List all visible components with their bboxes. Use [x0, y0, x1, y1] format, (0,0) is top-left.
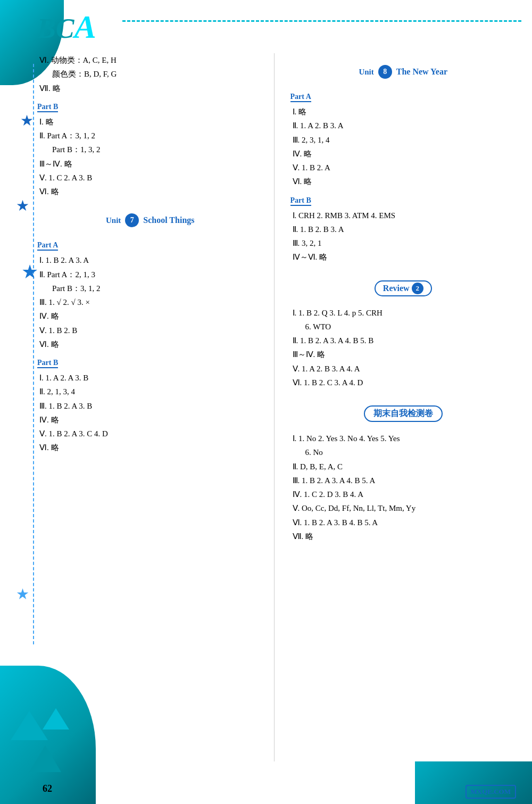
pb1-vi: Ⅵ. 略 — [37, 185, 263, 198]
r2-iii: Ⅲ～Ⅳ. 略 — [290, 347, 517, 361]
u8b-ii: Ⅱ. 1. B 2. B 3. A — [290, 222, 517, 236]
pb1-i: Ⅰ. 略 — [37, 115, 263, 129]
u7b-ii: Ⅱ. 2, 1, 3, 4 — [37, 385, 263, 399]
u7a-vi: Ⅵ. 略 — [37, 337, 263, 351]
qm-vi: Ⅵ. 1. B 2. A 3. B 4. B 5. A — [290, 516, 517, 529]
unit7-badge: 7 — [125, 213, 139, 227]
unit8-header-wrap: Unit 8 The New Year — [290, 57, 517, 83]
unit7-label: Unit — [106, 216, 121, 225]
qimo-header-wrap: 期末自我检测卷 — [290, 397, 517, 426]
review2-content: Ⅰ. 1. B 2. Q 3. L 4. p 5. CRH 6. WTO Ⅱ. … — [290, 306, 517, 390]
pb1-ii: Ⅱ. Part A：3, 1, 2 — [37, 129, 263, 143]
r2-ii: Ⅱ. 1. B 2. A 3. A 4. B 5. B — [290, 334, 517, 347]
unit7-header: Unit 7 School Things — [106, 213, 195, 227]
logo-c: C — [56, 13, 74, 44]
page-number: 62 — [43, 783, 52, 794]
u7a-ii: Ⅱ. Part A：2, 1, 3 — [37, 268, 263, 281]
review2-header: Review 2 — [375, 280, 432, 296]
qm-ii: Ⅱ. D, B, E, A, C — [290, 460, 517, 474]
logo-a: A — [74, 9, 96, 45]
u7a-iii: Ⅲ. 1. √ 2. √ 3. × — [37, 295, 263, 309]
unit8-title: The New Year — [396, 67, 447, 77]
part-b-top-section: Part B Ⅰ. 略 Ⅱ. Part A：3, 1, 2 Part B：1, … — [37, 98, 263, 199]
pb1-iii: Ⅲ～Ⅳ. 略 — [37, 157, 263, 171]
pb1-v: Ⅴ. 1. C 2. A 3. B — [37, 171, 263, 185]
unit8-badge: 8 — [378, 65, 392, 79]
unit8-part-b-label: Part B — [290, 196, 311, 206]
qimo-content: Ⅰ. 1. No 2. Yes 3. No 4. Yes 5. Yes 6. N… — [290, 432, 517, 543]
u7b-iv: Ⅳ. 略 — [37, 413, 263, 427]
unit8-part-a-label: Part A — [290, 93, 311, 102]
u8a-ii: Ⅱ. 1. A 2. B 3. A — [290, 119, 517, 132]
dashed-left-border — [33, 64, 34, 644]
qm-vii: Ⅶ. 略 — [290, 529, 517, 543]
r2-v: Ⅴ. 1. A 2. B 3. A 4. A — [290, 362, 517, 376]
unit7-part-a: Part A Ⅰ. 1. B 2. A 3. A Ⅱ. Part A：2, 1,… — [37, 237, 263, 351]
unit8-label: Unit — [359, 68, 373, 77]
watermark: MXQE.COM — [466, 785, 516, 799]
dashed-top-border — [122, 20, 521, 22]
star-decoration-2: ★ — [16, 197, 29, 214]
triangle-decoration-2 — [29, 745, 61, 772]
u7b-iii: Ⅲ. 1. B 2. A 3. B — [37, 399, 263, 413]
u7b-vi: Ⅵ. 略 — [37, 441, 263, 454]
unit7-part-a-label: Part A — [37, 241, 58, 251]
unit8-part-b: Part B Ⅰ. CRH 2. RMB 3. ATM 4. EMS Ⅱ. 1.… — [290, 192, 517, 264]
u7b-i: Ⅰ. 1. A 2. A 3. B — [37, 371, 263, 385]
u7b-v: Ⅴ. 1. B 2. A 3. C 4. D — [37, 427, 263, 441]
qm-v: Ⅴ. Oo, Cc, Dd, Ff, Nn, Ll, Tt, Mm, Yy — [290, 501, 517, 515]
star-decoration-3: ★ — [21, 261, 38, 283]
unit7-part-b-label: Part B — [37, 359, 58, 368]
r2-vi: Ⅵ. 1. B 2. C 3. A 4. D — [290, 376, 517, 389]
logo-area: BCA — [37, 8, 96, 46]
u7a-v: Ⅴ. 1. B 2. B — [37, 324, 263, 337]
u7a-iv: Ⅳ. 略 — [37, 309, 263, 323]
qm-i: Ⅰ. 1. No 2. Yes 3. No 4. Yes 5. Yes — [290, 432, 517, 445]
unit7-part-b: Part B Ⅰ. 1. A 2. A 3. B Ⅱ. 2, 1, 3, 4 Ⅲ… — [37, 354, 263, 455]
u8b-i: Ⅰ. CRH 2. RMB 3. ATM 4. EMS — [290, 209, 517, 222]
qimo-header: 期末自我检测卷 — [364, 405, 443, 422]
u7a-i: Ⅰ. 1. B 2. A 3. A — [37, 253, 263, 267]
logo-b: B — [37, 13, 56, 44]
u8a-v: Ⅴ. 1. B 2. A — [290, 161, 517, 175]
part-b-top-label: Part B — [37, 98, 263, 115]
star-decoration-4: ★ — [16, 585, 29, 603]
part-b-label-1: Part B — [37, 103, 58, 112]
unit7-header-wrap: Unit 7 School Things — [37, 206, 263, 231]
review2-header-wrap: Review 2 — [290, 272, 517, 301]
line-vii: Ⅶ. 略 — [37, 81, 263, 95]
u8a-vi: Ⅵ. 略 — [290, 175, 517, 188]
triangle-decoration-3 — [43, 708, 69, 730]
unit7-title: School Things — [143, 215, 194, 225]
line-vi-animals: Ⅵ. 动物类：A, C, E, H — [37, 53, 263, 67]
u7a-ii-b: Part B：3, 1, 2 — [37, 281, 263, 295]
qm-i-b: 6. No — [290, 445, 517, 459]
star-decoration-1: ★ — [20, 112, 34, 129]
u8b-iv: Ⅳ～Ⅵ. 略 — [290, 250, 517, 264]
unit8-part-a: Part A Ⅰ. 略 Ⅱ. 1. A 2. B 3. A Ⅲ. 2, 3, 1… — [290, 88, 517, 189]
review2-badge: 2 — [412, 283, 423, 294]
left-column: Ⅵ. 动物类：A, C, E, H 颜色类：B, D, F, G Ⅶ. 略 Pa… — [37, 53, 275, 761]
qm-iii: Ⅲ. 1. B 2. A 3. A 4. B 5. A — [290, 474, 517, 487]
r2-i: Ⅰ. 1. B 2. Q 3. L 4. p 5. CRH — [290, 306, 517, 320]
u8a-iii: Ⅲ. 2, 3, 1, 4 — [290, 133, 517, 147]
u8b-iii: Ⅲ. 3, 2, 1 — [290, 236, 517, 250]
main-content: Ⅵ. 动物类：A, C, E, H 颜色类：B, D, F, G Ⅶ. 略 Pa… — [37, 53, 516, 761]
right-column: Unit 8 The New Year Part A Ⅰ. 略 Ⅱ. 1. A … — [275, 53, 517, 761]
r2-i-b: 6. WTO — [290, 320, 517, 334]
u8a-i: Ⅰ. 略 — [290, 105, 517, 119]
unit8-header: Unit 8 The New Year — [359, 65, 447, 79]
u8a-iv: Ⅳ. 略 — [290, 147, 517, 161]
line-colors: 颜色类：B, D, F, G — [37, 67, 263, 81]
pb1-ii-b: Part B：1, 3, 2 — [37, 143, 263, 156]
qm-iv: Ⅳ. 1. C 2. D 3. B 4. A — [290, 487, 517, 501]
